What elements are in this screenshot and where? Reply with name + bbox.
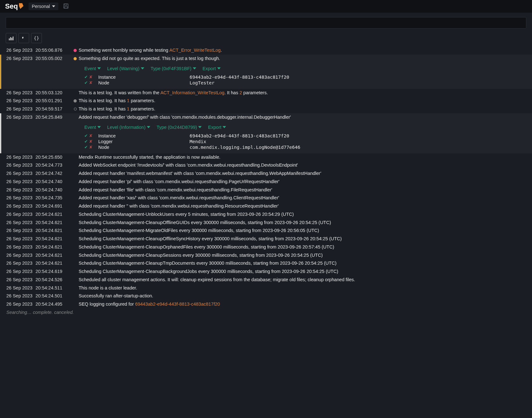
- prop-key[interactable]: Instance: [98, 133, 187, 138]
- prop-exclude-icon[interactable]: ✘: [89, 133, 93, 138]
- expand-export-dropdown[interactable]: Export: [208, 125, 226, 130]
- event-date: 26 Sep 2023: [3, 236, 36, 242]
- quote-button[interactable]: [18, 33, 29, 43]
- event-time: 20:54:24.501: [36, 293, 72, 300]
- event-row[interactable]: 26 Sep 202320:54:24.691Added request han…: [0, 202, 532, 210]
- event-message: Scheduling ClusterManagement-CleanupSess…: [79, 252, 526, 259]
- event-date: 26 Sep 2023: [3, 154, 36, 161]
- event-time: 20:54:24.773: [36, 162, 72, 169]
- event-date: 26 Sep 2023: [3, 55, 36, 62]
- message-link[interactable]: 2: [239, 90, 242, 95]
- prop-exclude-icon[interactable]: ✘: [89, 139, 93, 144]
- prop-key[interactable]: Instance: [98, 75, 187, 80]
- event-row[interactable]: 26 Sep 202320:54:24.619Scheduling Cluste…: [0, 268, 532, 276]
- prop-include-icon[interactable]: ✔: [84, 145, 88, 149]
- expand-export-dropdown[interactable]: Export: [203, 66, 221, 71]
- event-row[interactable]: 26 Sep 202320:55:05.002Something did not…: [0, 55, 532, 63]
- save-icon[interactable]: [63, 3, 68, 10]
- event-row[interactable]: 26 Sep 202320:54:24.773Added WebSocket e…: [0, 161, 532, 169]
- event-date: 26 Sep 2023: [3, 97, 36, 104]
- message-link[interactable]: ACT_Information_WriteTestLog: [160, 90, 224, 95]
- event-row[interactable]: 26 Sep 202320:54:24.742Added request han…: [0, 169, 532, 178]
- event-message: Scheduling ClusterManagement-UnblockUser…: [79, 211, 526, 218]
- prop-exclude-icon[interactable]: ✘: [89, 145, 93, 149]
- expand-type-dropdown[interactable]: Type (0xF4F391BF): [151, 66, 196, 71]
- event-date: 26 Sep 2023: [3, 90, 36, 96]
- event-row[interactable]: 26 Sep 202320:54:25.650Mendix Runtime su…: [0, 153, 532, 162]
- event-row[interactable]: 26 Sep 202320:54:24.511This node is a cl…: [0, 284, 532, 292]
- expand-controls: Event Level (Information) Type (0x244D87…: [82, 123, 526, 133]
- level-dot-none: [74, 172, 77, 175]
- prop-key[interactable]: Node: [98, 145, 187, 150]
- event-row[interactable]: 26 Sep 202320:54:25.849Added request han…: [0, 113, 532, 122]
- event-row[interactable]: 26 Sep 202320:54:24.740Added request han…: [0, 186, 532, 194]
- expand-level-dropdown[interactable]: Level (Information): [107, 125, 150, 130]
- event-date: 26 Sep 2023: [3, 227, 36, 234]
- event-row[interactable]: 26 Sep 202320:54:59.517This is a test lo…: [0, 105, 532, 113]
- event-expand-panel: Event Level (Warning) Type (0xF4F391BF) …: [0, 63, 532, 89]
- prop-key[interactable]: Logger: [98, 139, 187, 144]
- prop-row: ✔✘LoggerMendix: [84, 139, 526, 144]
- prop-value[interactable]: 69443ab2-e94d-443f-8813-c483ac817f20: [190, 75, 289, 80]
- expand-event-dropdown[interactable]: Event: [84, 66, 101, 71]
- event-message: Added request handler 'p/' with class 'c…: [79, 178, 526, 185]
- prop-value[interactable]: 69443ab2-e94d-443f-8813-c483ac817f20: [190, 133, 289, 138]
- prop-include-icon[interactable]: ✔: [84, 133, 88, 138]
- event-row[interactable]: 26 Sep 202320:54:24.526Scheduled all clu…: [0, 276, 532, 284]
- event-row[interactable]: 26 Sep 202320:54:24.621Scheduling Cluste…: [0, 235, 532, 243]
- chevron-down-icon: [198, 126, 202, 128]
- event-row[interactable]: 26 Sep 202320:54:24.740Added request han…: [0, 178, 532, 186]
- level-dot-none: [74, 180, 77, 183]
- prop-value[interactable]: com.mendix.logging.impl.LogNode@1d77e646: [190, 145, 300, 150]
- prop-value[interactable]: LogTester: [190, 80, 215, 85]
- prop-exclude-icon[interactable]: ✘: [89, 80, 93, 85]
- event-time: 20:55:03.120: [36, 90, 72, 96]
- workspace-name: Personal: [32, 4, 50, 9]
- event-row[interactable]: 26 Sep 202320:55:03.120This is a test lo…: [0, 89, 532, 97]
- event-message: Added request handler 'xas/' with class …: [79, 195, 526, 202]
- prop-actions: ✔✘: [84, 145, 96, 149]
- event-time: 20:54:24.621: [36, 260, 72, 267]
- event-row[interactable]: 26 Sep 202320:55:06.876Something went ho…: [0, 46, 532, 55]
- message-link[interactable]: 69443ab2-e94d-443f-8813-c483ac817f20: [135, 302, 220, 307]
- prop-include-icon[interactable]: ✔: [84, 80, 88, 85]
- event-row[interactable]: 26 Sep 202320:54:24.621Scheduling Cluste…: [0, 243, 532, 251]
- event-row[interactable]: 26 Sep 202320:54:24.621Scheduling Cluste…: [0, 251, 532, 260]
- event-message: Added request handler 'file' with class …: [79, 187, 526, 194]
- event-row[interactable]: 26 Sep 202320:54:24.621Scheduling Cluste…: [0, 227, 532, 235]
- event-message: Successfully ran after-startup-action.: [79, 293, 526, 300]
- event-row[interactable]: 26 Sep 202320:55:01.291This is a test lo…: [0, 97, 532, 105]
- chart-button[interactable]: [6, 33, 16, 43]
- event-row[interactable]: 26 Sep 202320:54:24.621Scheduling Cluste…: [0, 210, 532, 219]
- event-date: 26 Sep 2023: [3, 170, 36, 177]
- workspace-selector[interactable]: Personal: [29, 3, 58, 10]
- event-row[interactable]: 26 Sep 202320:54:24.621Scheduling Cluste…: [0, 259, 532, 268]
- chevron-down-icon: [193, 67, 196, 70]
- search-input[interactable]: [6, 17, 526, 29]
- event-expand-panel: Event Level (Information) Type (0x244D87…: [0, 122, 532, 153]
- event-level: [72, 178, 79, 185]
- chevron-down-icon: [52, 5, 55, 7]
- event-row[interactable]: 26 Sep 202320:54:24.735Added request han…: [0, 194, 532, 202]
- event-message: This is a test log. It was written from …: [79, 90, 526, 96]
- expand-type-dropdown[interactable]: Type (0x244D8799): [157, 125, 202, 130]
- message-link[interactable]: 1: [127, 98, 129, 103]
- event-row[interactable]: 26 Sep 202320:54:24.621Scheduling Cluste…: [0, 219, 532, 227]
- level-dot-none: [74, 196, 77, 200]
- prop-include-icon[interactable]: ✔: [84, 139, 88, 144]
- prop-include-icon[interactable]: ✔: [84, 75, 88, 79]
- braces-button[interactable]: {}: [31, 33, 42, 43]
- event-row[interactable]: 26 Sep 202320:54:24.501Successfully ran …: [0, 292, 532, 300]
- level-dot-none: [74, 262, 77, 265]
- prop-key[interactable]: Node: [98, 80, 187, 85]
- level-dot-none: [74, 295, 77, 298]
- prop-exclude-icon[interactable]: ✘: [89, 75, 93, 79]
- event-date: 26 Sep 2023: [3, 219, 36, 226]
- prop-value[interactable]: Mendix: [190, 139, 206, 144]
- message-link[interactable]: ACT_Error_WriteTestLog: [169, 48, 221, 53]
- expand-event-dropdown[interactable]: Event: [84, 125, 101, 130]
- expand-level-dropdown[interactable]: Level (Warning): [107, 66, 144, 71]
- event-row[interactable]: 26 Sep 202320:54:24.495SEQ logging confi…: [0, 300, 532, 309]
- event-message: Scheduling ClusterManagement-CleanupOffl…: [79, 236, 526, 242]
- message-link[interactable]: 1: [127, 106, 129, 111]
